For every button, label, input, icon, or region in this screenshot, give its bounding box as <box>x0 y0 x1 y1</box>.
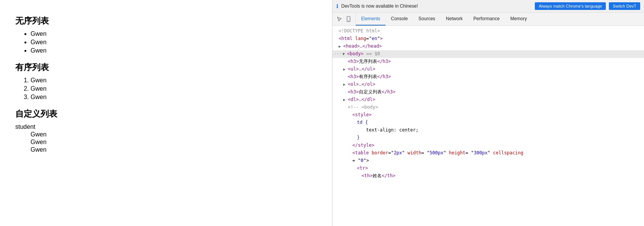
tree-node: </th> <box>382 172 395 180</box>
tree-node: 姓名 <box>373 172 382 180</box>
tree-node: </dl> <box>362 96 375 103</box>
tree-node: " <box>402 149 405 157</box>
tree-node: 0 <box>361 157 363 164</box>
dl-definition: Gwen <box>15 146 317 153</box>
unordered-list: Gwen Gwen Gwen <box>15 30 317 54</box>
list-item: Gwen <box>31 47 317 54</box>
list-item: Gwen <box>31 85 317 92</box>
tree-node: 自定义列表 <box>359 88 382 96</box>
toggle-arrow[interactable] <box>343 66 348 72</box>
tab-memory[interactable]: Memory <box>505 13 532 26</box>
tree-line[interactable]: } <box>332 134 644 142</box>
devtools-notification: ℹ DevTools is now available in Chinese! … <box>332 0 644 13</box>
tree-node: <body> <box>347 50 363 58</box>
tree-node: <ol> <box>348 81 359 88</box>
tab-sources[interactable]: Sources <box>413 13 441 26</box>
dl-definition: Gwen <box>15 139 317 146</box>
tree-line[interactable]: text-align: center; <box>332 127 644 134</box>
cursor-icon[interactable] <box>336 15 343 23</box>
toggle-arrow[interactable] <box>343 97 348 103</box>
list-item: Gwen <box>31 30 317 37</box>
tree-node: border <box>369 149 388 157</box>
tree-node: </ul> <box>362 66 375 73</box>
tree-node-pseudo: == $0 <box>363 50 380 58</box>
tree-node: <ul> <box>348 66 359 73</box>
tree-node: width <box>405 149 421 157</box>
tree-node: = " <box>352 157 361 164</box>
tree-line[interactable]: <ol>…</ol> <box>332 81 644 88</box>
tree-node: </style> <box>352 142 374 149</box>
tree-line[interactable]: td { <box>332 119 644 127</box>
tree-line[interactable]: <th>姓名</th> <box>332 172 644 180</box>
tree-node-doctype: <!DOCTYPE html> <box>339 27 380 35</box>
dl-definition: Gwen <box>15 131 317 138</box>
tree-node: 2px <box>394 149 402 157</box>
tree-node: " <box>443 149 446 157</box>
tab-network[interactable]: Network <box>441 13 468 26</box>
tree-node: > <box>380 35 383 42</box>
tree-node: <style> <box>352 111 372 119</box>
switch-devtools-button[interactable]: Switch DevT <box>609 2 640 10</box>
toggle-arrow[interactable] <box>339 43 343 50</box>
tree-node: <h3> <box>348 58 359 65</box>
html-tree: <!DOCTYPE html> <html lang="en"> <head>…… <box>332 27 644 180</box>
tree-node: … <box>359 81 362 88</box>
tree-line-body[interactable]: ··· <body> == $0 <box>332 50 644 58</box>
tree-node: } <box>357 134 360 141</box>
tree-line[interactable]: <!DOCTYPE html> <box>332 27 644 35</box>
tree-node: " <box>487 149 490 157</box>
tree-line[interactable]: </style> <box>332 142 644 149</box>
tree-node: <h3> <box>348 88 359 96</box>
toggle-arrow[interactable] <box>342 51 347 57</box>
tree-line[interactable]: <table border="2px" width = "500px" heig… <box>332 149 644 157</box>
tree-node: en <box>372 35 377 42</box>
tree-line[interactable]: = "0"> <box>332 157 644 165</box>
toolbar-icons <box>332 13 356 26</box>
tree-node: <h3> <box>348 73 359 80</box>
always-match-button[interactable]: Always match Chrome's language <box>535 2 606 10</box>
tree-node: </h3> <box>377 73 391 80</box>
notification-text: DevTools is now available in Chinese! <box>341 3 532 9</box>
tree-node: cellspacing <box>490 149 523 157</box>
tree-line[interactable]: <ul>…</ul> <box>332 66 644 73</box>
tree-node: " <box>377 35 380 42</box>
tree-node: </ol> <box>362 81 375 88</box>
tab-elements[interactable]: Elements <box>356 13 386 26</box>
tree-line[interactable]: <h3>无序列表</h3> <box>332 58 644 66</box>
tab-performance[interactable]: Performance <box>468 13 505 26</box>
tree-node: <table <box>352 149 369 157</box>
tree-node: 300px <box>474 149 487 157</box>
unordered-heading: 无序列表 <box>15 15 317 27</box>
tree-line[interactable]: <!-- <body> <box>332 104 644 111</box>
tree-node: =" <box>366 35 371 42</box>
ordered-heading: 有序列表 <box>15 62 317 73</box>
tree-line[interactable]: <tr> <box>332 165 644 172</box>
tree-line[interactable]: <style> <box>332 111 644 119</box>
devtools-panel: ℹ DevTools is now available in Chinese! … <box>332 0 644 226</box>
tree-line[interactable]: <h3>自定义列表</h3> <box>332 88 644 96</box>
list-item: Gwen <box>31 77 317 84</box>
definition-list: student Gwen Gwen Gwen <box>15 123 317 153</box>
tree-line[interactable]: <html lang="en"> <box>332 35 644 43</box>
devtools-html-tree[interactable]: <!DOCTYPE html> <html lang="en"> <head>…… <box>332 26 644 226</box>
tab-console[interactable]: Console <box>386 13 413 26</box>
toggle-arrow[interactable] <box>343 82 348 88</box>
tree-line[interactable]: <h3>有序列表</h3> <box>332 73 644 81</box>
tree-node: <th> <box>362 172 373 180</box>
tree-node: 有序列表 <box>359 73 377 80</box>
tree-node: </h3> <box>377 58 391 65</box>
tree-node: <head> <box>343 43 360 50</box>
tree-node: 无序列表 <box>359 58 377 65</box>
tree-node: = " <box>421 149 430 157</box>
tree-node: … <box>360 43 362 50</box>
devtools-toolbar: Elements Console Sources Network Perform… <box>332 13 644 26</box>
devtools-tabs: Elements Console Sources Network Perform… <box>356 13 644 26</box>
tree-line[interactable]: <head>…</head> <box>332 43 644 50</box>
tree-node: … <box>359 96 362 103</box>
tree-line[interactable]: <dl>…</dl> <box>332 96 644 104</box>
list-item: Gwen <box>31 39 317 46</box>
tree-node: <html <box>339 35 352 42</box>
webpage-content: 无序列表 Gwen Gwen Gwen 有序列表 Gwen Gwen Gwen … <box>0 0 332 226</box>
tree-node: height <box>446 149 466 157</box>
mobile-icon[interactable] <box>345 15 352 23</box>
